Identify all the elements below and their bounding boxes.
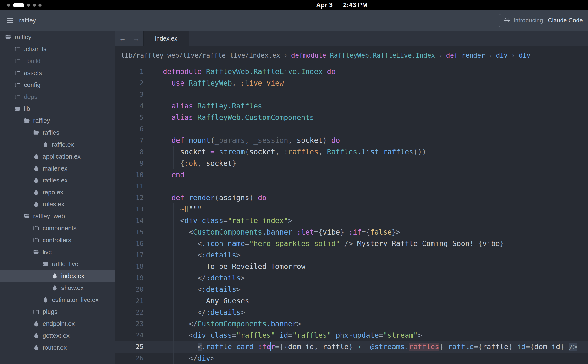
code-line-6[interactable]: 6 [115,123,588,135]
code-line-2[interactable]: 2 use RaffleyWeb, :live_view [115,77,588,89]
back-button[interactable]: ← [119,34,126,43]
code-line-4[interactable]: 4 alias Raffley.Raffles [115,100,588,112]
tree-item-lib[interactable]: lib [0,103,115,115]
code-line-20[interactable]: 20 <:details> [115,284,588,295]
tree-item-raffley_web[interactable]: raffley_web [0,210,115,222]
code-line-23[interactable]: 23 </CustomComponents.banner> [115,318,588,330]
window-control-dot[interactable] [7,4,10,7]
tree-item-mailer.ex[interactable]: mailer.ex [0,162,115,174]
tree-item-raffles[interactable]: raffles [0,127,115,138]
claude-code-promo-button[interactable]: Introducing: Claude Code [499,14,588,27]
hamburger-menu-icon[interactable] [7,18,13,23]
code-line-3[interactable]: 3 [115,89,588,100]
code-token [327,136,331,144]
window-control-dot[interactable] [33,4,36,7]
code-token: , [314,343,318,351]
code-line-25[interactable]: 25 <.raffle_card :for={{dom_id, raffle} … [115,341,588,352]
tree-item-deps[interactable]: deps [0,91,115,103]
window-control-dot[interactable] [27,4,30,7]
code-line-11[interactable]: 11 [115,181,588,192]
code-token [163,343,198,351]
code-token: :live_view [241,79,284,87]
project-title[interactable]: raffley [19,17,36,24]
code-token: ={ [361,228,370,236]
breadcrumb-segment[interactable] [458,52,461,59]
tree-item-repo.ex[interactable]: repo.ex [0,186,115,198]
code-line-17[interactable]: 17 <:details> [115,249,588,261]
code-line-12[interactable]: 12 def render(assigns) do [115,192,588,203]
breadcrumb[interactable]: lib/raffley_web/live/raffle_live/index.e… [115,46,588,65]
code-line-5[interactable]: 5 alias RaffleyWeb.CustomComponents [115,112,588,123]
tree-item-raffle_live[interactable]: raffle_live [0,258,115,270]
tree-item-estimator_live.ex[interactable]: estimator_live.ex [0,294,115,306]
code-text: </:details> [163,307,245,318]
tree-item-live[interactable]: live [0,246,115,258]
tree-item-assets[interactable]: assets [0,67,115,79]
line-number: 11 [115,181,143,192]
folder-open-icon [14,106,21,112]
indent-guide [165,330,165,341]
breadcrumb-segment[interactable]: render [462,52,485,59]
tree-item-config[interactable]: config [0,79,115,91]
code-editor[interactable]: 1defmodule RaffleyWeb.RaffleLive.Index d… [115,65,588,364]
code-line-21[interactable]: 21 Any Gueses [115,295,588,307]
tree-item-raffle.ex[interactable]: raffle.ex [0,138,115,150]
code-line-14[interactable]: 14 <div class="raffle-index"> [115,215,588,227]
tree-item-index.ex[interactable]: index.ex [0,270,115,282]
tree-item-raffles.ex[interactable]: raffles.ex [0,174,115,186]
breadcrumb-segment[interactable]: div [496,52,508,59]
code-line-18[interactable]: 18 To be Reveiled Tomorrow [115,261,588,272]
breadcrumb-segment[interactable]: defmodule [291,52,326,59]
code-token [444,343,448,351]
code-line-19[interactable]: 19 </:details> [115,272,588,284]
indent-guide [165,100,165,112]
project-file-tree[interactable]: raffley.elixir_ls_buildassetsconfigdepsl… [0,31,115,364]
code-token [236,79,241,87]
code-token: :details [202,285,236,293]
tree-item-gettext.ex[interactable]: gettext.ex [0,330,115,342]
tree-item-controllers[interactable]: controllers [0,234,115,246]
code-line-1[interactable]: 1defmodule RaffleyWeb.RaffleLive.Index d… [115,66,588,77]
folder-open-icon [5,34,12,40]
tree-item-raffley[interactable]: raffley [0,115,115,127]
code-text: alias RaffleyWeb.CustomComponents [163,112,314,123]
window-control-dot[interactable] [39,4,42,7]
breadcrumb-segment[interactable] [326,52,330,59]
indent-guide [173,249,174,261]
breadcrumb-segment[interactable]: RaffleyWeb.RaffleLive.Index [330,52,435,59]
code-token: dom_id [288,343,314,351]
tab-index-ex[interactable]: index.ex [143,31,189,46]
code-line-8[interactable]: 8 socket = stream(socket, :raffles, Raff… [115,146,588,158]
code-line-15[interactable]: 15 <CustomComponents.banner :let={vibe} … [115,227,588,238]
tree-item-rules.ex[interactable]: rules.ex [0,198,115,210]
code-line-13[interactable]: 13 ~H""" [115,203,588,215]
tree-item-show.ex[interactable]: show.ex [0,282,115,294]
tree-item-raffley[interactable]: raffley [0,31,115,43]
breadcrumb-segment[interactable]: div [519,52,530,59]
tree-item-endpoint.ex[interactable]: endpoint.ex [0,318,115,330]
breadcrumb-segment[interactable]: lib/raffley_web/live/raffle_live/index.e… [121,52,280,59]
code-line-7[interactable]: 7 def mount(_params, _session, socket) d… [115,135,588,146]
breadcrumb-segment[interactable]: def [446,52,458,59]
code-token [249,136,254,144]
indent-guide [165,341,165,352]
tree-item-router.ex[interactable]: router.ex [0,342,115,353]
code-token: < [198,251,202,259]
code-line-24[interactable]: 24 <div class="raffles" id="raffles" phx… [115,330,588,341]
code-token: raffle [318,343,348,351]
window-control-pill[interactable] [13,3,24,7]
code-line-9[interactable]: 9 {:ok, socket} [115,158,588,169]
tree-item-_build[interactable]: _build [0,55,115,67]
code-line-16[interactable]: 16 <.icon name="hero-sparkles-solid" /> … [115,238,588,249]
code-line-10[interactable]: 10 end [115,169,588,181]
tree-item-application.ex[interactable]: application.ex [0,150,115,162]
code-line-26[interactable]: 26 </div> [115,352,588,364]
tree-item-components[interactable]: components [0,222,115,234]
forward-button[interactable]: → [133,34,140,43]
tree-item-.elixir_ls[interactable]: .elixir_ls [0,43,115,55]
code-token: phx-update [336,331,379,339]
code-line-22[interactable]: 22 </:details> [115,307,588,318]
window-controls[interactable] [7,0,42,10]
tree-item-plugs[interactable]: plugs [0,306,115,318]
code-token: def [171,194,184,202]
